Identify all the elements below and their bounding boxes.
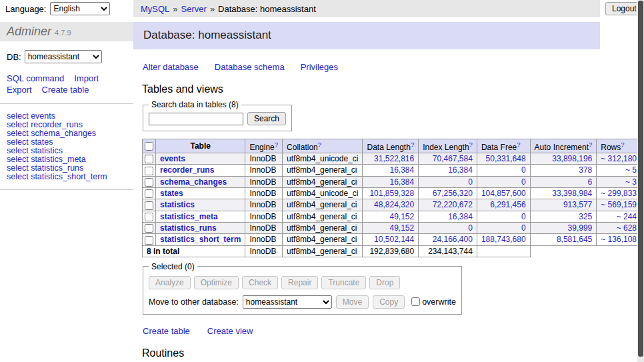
value-link[interactable]: 8,581,645 bbox=[557, 235, 592, 244]
row-checkbox[interactable] bbox=[145, 178, 153, 187]
select-all-checkbox[interactable] bbox=[145, 142, 153, 151]
value-link[interactable]: ~ 3 bbox=[625, 177, 637, 187]
truncate-button[interactable]: Truncate bbox=[321, 276, 366, 289]
column-help-link[interactable]: ? bbox=[275, 141, 278, 148]
column-label: Rows bbox=[601, 143, 621, 152]
value-link[interactable]: 325 bbox=[579, 212, 592, 221]
search-button[interactable]: Search bbox=[247, 112, 286, 125]
row-checkbox[interactable] bbox=[145, 155, 153, 163]
value-link[interactable]: ~ 299,833 bbox=[601, 189, 637, 198]
value-link[interactable]: ~ 569,159 bbox=[601, 200, 637, 209]
value-link[interactable]: 33,398,984 bbox=[552, 189, 592, 198]
privileges-link[interactable]: Privileges bbox=[301, 62, 338, 72]
row-checkbox[interactable] bbox=[145, 236, 153, 245]
overwrite-checkbox[interactable] bbox=[411, 297, 420, 306]
optimize-button[interactable]: Optimize bbox=[194, 276, 239, 289]
value-link[interactable]: 104,857,600 bbox=[481, 189, 526, 198]
value-link[interactable]: 31,522,816 bbox=[374, 154, 414, 163]
column-header-collation: Collation? bbox=[283, 139, 363, 153]
analyze-button[interactable]: Analyze bbox=[149, 276, 191, 289]
value-link[interactable]: 49,152 bbox=[389, 212, 414, 221]
table-link[interactable]: statistics_runs bbox=[160, 223, 217, 233]
copy-button[interactable]: Copy bbox=[373, 295, 405, 309]
value-link[interactable]: 0 bbox=[521, 223, 526, 233]
value-link[interactable]: 16,384 bbox=[448, 165, 473, 175]
database-schema-link[interactable]: Database schema bbox=[215, 62, 285, 72]
sql-command-link[interactable]: SQL command bbox=[7, 73, 64, 84]
value-link[interactable]: 50,331,648 bbox=[486, 154, 526, 163]
value-link[interactable]: 0 bbox=[468, 177, 473, 187]
cell-auto_increment: 913,577 bbox=[530, 199, 597, 211]
import-link[interactable]: Import bbox=[74, 73, 99, 84]
value-link[interactable]: 0 bbox=[521, 165, 526, 175]
value-link[interactable]: 101,859,328 bbox=[369, 189, 414, 198]
scrollbar-thumb[interactable] bbox=[638, 1, 643, 357]
table-link[interactable]: statistics_short_term bbox=[160, 235, 241, 244]
value-link[interactable]: 67,256,320 bbox=[433, 189, 473, 198]
column-help-link[interactable]: ? bbox=[411, 141, 414, 148]
create-table-link[interactable]: Create table bbox=[42, 84, 89, 95]
sidebar-select-link[interactable]: select statistics_short_term bbox=[7, 173, 127, 181]
value-link[interactable]: 0 bbox=[468, 223, 473, 233]
table-link[interactable]: recorder_runs bbox=[160, 165, 214, 175]
footer-cell-auto_increment bbox=[530, 245, 597, 257]
column-help-link[interactable]: ? bbox=[517, 141, 520, 148]
alter-database-link[interactable]: Alter database bbox=[143, 62, 199, 72]
row-checkbox[interactable] bbox=[145, 167, 153, 175]
move-db-select[interactable]: homeassistant bbox=[243, 295, 332, 309]
table-link[interactable]: schema_changes bbox=[160, 177, 227, 187]
column-label: Data Free bbox=[481, 143, 517, 152]
value-link[interactable]: 913,577 bbox=[563, 200, 592, 209]
value-link[interactable]: 378 bbox=[579, 165, 592, 175]
repair-button[interactable]: Repair bbox=[281, 276, 318, 289]
value-link[interactable]: 39,999 bbox=[568, 223, 593, 233]
value-link[interactable]: 24,166,400 bbox=[433, 235, 473, 244]
column-help-link[interactable]: ? bbox=[589, 141, 592, 148]
row-checkbox[interactable] bbox=[145, 213, 153, 221]
table-link[interactable]: statistics_meta bbox=[160, 212, 218, 221]
value-link[interactable]: ~ 312,180 bbox=[601, 154, 637, 163]
value-link[interactable]: 10,502,144 bbox=[374, 235, 414, 244]
search-input[interactable] bbox=[149, 113, 243, 125]
cell-table-name: statistics_meta bbox=[156, 211, 245, 222]
value-link[interactable]: ~ 5 bbox=[625, 165, 637, 175]
value-link[interactable]: 0 bbox=[521, 212, 526, 221]
value-link[interactable]: ~ 628 bbox=[617, 223, 637, 233]
vertical-scrollbar[interactable] bbox=[637, 0, 644, 362]
check-button[interactable]: Check bbox=[242, 276, 278, 289]
move-button[interactable]: Move bbox=[336, 295, 369, 309]
create-table-link-bottom[interactable]: Create table bbox=[143, 326, 190, 336]
row-checkbox[interactable] bbox=[145, 201, 153, 210]
table-link[interactable]: statistics bbox=[160, 200, 195, 209]
column-header-table: Table bbox=[156, 139, 245, 153]
column-help-link[interactable]: ? bbox=[621, 141, 624, 148]
value-link[interactable]: 6,291,456 bbox=[490, 200, 525, 209]
db-select[interactable]: homeassistant bbox=[25, 50, 102, 63]
table-link[interactable]: events bbox=[160, 154, 185, 163]
value-link[interactable]: 70,467,584 bbox=[433, 154, 473, 163]
value-link[interactable]: 188,743,680 bbox=[481, 235, 526, 244]
value-link[interactable]: 16,384 bbox=[389, 165, 414, 175]
tables-heading: Tables and views bbox=[142, 83, 600, 95]
column-help-link[interactable]: ? bbox=[469, 141, 473, 148]
language-select[interactable]: English bbox=[50, 2, 110, 15]
column-help-link[interactable]: ? bbox=[318, 141, 321, 148]
drop-button[interactable]: Drop bbox=[369, 276, 400, 289]
export-link[interactable]: Export bbox=[7, 84, 32, 95]
value-link[interactable]: 72,220,672 bbox=[433, 200, 473, 209]
table-link[interactable]: states bbox=[160, 189, 183, 198]
value-link[interactable]: 6 bbox=[588, 177, 593, 187]
value-link[interactable]: ~ 136,108 bbox=[601, 235, 637, 244]
value-link[interactable]: 33,898,196 bbox=[552, 154, 592, 163]
value-link[interactable]: 49,152 bbox=[389, 223, 414, 233]
breadcrumb-mysql-link[interactable]: MySQL bbox=[141, 4, 169, 14]
row-checkbox[interactable] bbox=[145, 189, 153, 198]
create-view-link[interactable]: Create view bbox=[207, 326, 253, 336]
value-link[interactable]: ~ 244 bbox=[617, 212, 637, 221]
value-link[interactable]: 16,384 bbox=[448, 212, 473, 221]
value-link[interactable]: 16,384 bbox=[389, 177, 414, 187]
row-checkbox[interactable] bbox=[145, 224, 153, 233]
breadcrumb-server-link[interactable]: Server bbox=[181, 4, 207, 14]
value-link[interactable]: 0 bbox=[521, 177, 526, 187]
value-link[interactable]: 48,824,320 bbox=[374, 200, 414, 209]
